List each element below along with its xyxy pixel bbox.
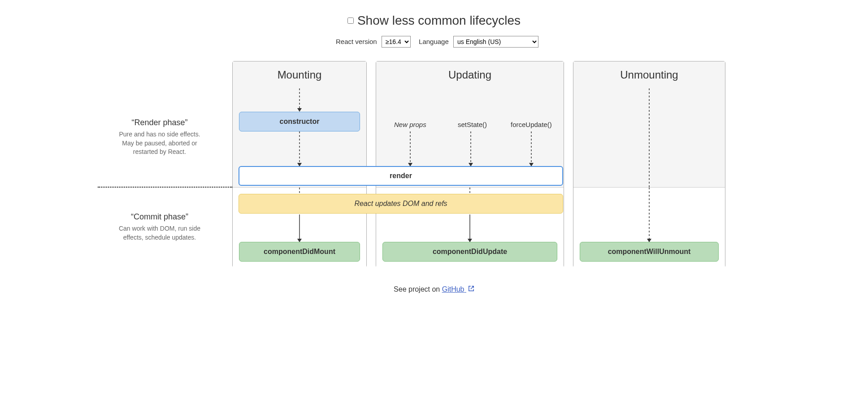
render-phase-title: “Render phase” (131, 118, 187, 127)
column-mounting: Mounting constructor (232, 61, 367, 267)
column-updating: Updating New props setState() forceUpdat… (376, 61, 564, 267)
node-did-update[interactable]: componentDidUpdate (382, 242, 557, 262)
show-less-common-checkbox[interactable] (347, 18, 354, 24)
github-link[interactable]: GitHub (442, 285, 474, 293)
commit-phase-sub: Can work with DOM, run side effects, sch… (115, 224, 204, 242)
column-unmounting-header: Unmounting (573, 61, 725, 88)
language-select[interactable]: us English (US) (453, 36, 538, 48)
react-version-select[interactable]: ≥16.4 (382, 36, 411, 48)
trigger-new-props: New props (394, 121, 426, 128)
lifecycle-diagram: “Render phase” Pure and has no side effe… (98, 61, 770, 267)
external-link-icon (468, 285, 474, 293)
commit-phase-title: “Commit phase” (131, 212, 188, 222)
language-label: Language (419, 38, 449, 45)
toggle-less-common[interactable]: Show less common lifecycles (347, 13, 521, 28)
trigger-forceupdate: forceUpdate() (511, 121, 552, 128)
footer: See project on GitHub (98, 285, 770, 293)
footer-prefix: See project on (394, 285, 442, 293)
render-phase-sub: Pure and has no side effects. May be pau… (115, 130, 204, 157)
column-unmounting: Unmounting componentWillUnmount (573, 61, 725, 267)
svg-marker-1 (297, 108, 302, 112)
trigger-setstate: setState() (458, 121, 487, 128)
column-updating-header: Updating (376, 61, 564, 88)
node-will-unmount[interactable]: componentWillUnmount (580, 242, 719, 262)
checkbox-label: Show less common lifecycles (357, 13, 521, 28)
node-render[interactable]: render (239, 166, 563, 186)
node-did-mount[interactable]: componentDidMount (239, 242, 360, 262)
column-mounting-header: Mounting (233, 61, 366, 88)
react-version-label: React version (336, 38, 377, 45)
commit-phase-label: “Commit phase” Can work with DOM, run si… (98, 187, 232, 267)
node-constructor[interactable]: constructor (239, 112, 360, 131)
render-phase-label: “Render phase” Pure and has no side effe… (98, 88, 232, 187)
node-dom-update: React updates DOM and refs (239, 194, 563, 214)
